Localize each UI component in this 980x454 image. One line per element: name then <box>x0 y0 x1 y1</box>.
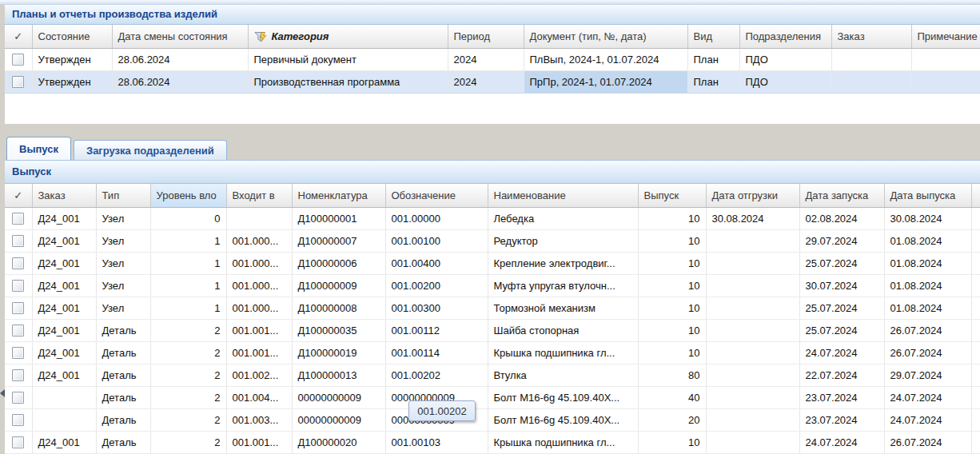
table-row[interactable]: Д24_001Узел1001.000...Д100000009001.0020… <box>5 275 980 297</box>
row-checkbox[interactable] <box>12 235 24 247</box>
table-cell[interactable] <box>971 387 980 409</box>
column-header[interactable]: Номенклатура <box>292 184 385 208</box>
column-header[interactable]: Дата отгрузки <box>706 184 799 208</box>
column-header[interactable]: Уровень вло <box>150 184 226 208</box>
table-cell[interactable]: Д24_001 <box>32 253 96 275</box>
table-cell[interactable]: Крышка подшипника гл... <box>488 432 638 454</box>
row-checkbox[interactable] <box>12 280 24 292</box>
table-row[interactable]: Д24_001Деталь2001.001...Д100000035001.00… <box>5 320 980 342</box>
table-cell[interactable]: 22.07.2024 <box>799 364 884 387</box>
table-cell[interactable]: 001.00103 <box>385 432 488 454</box>
table-row[interactable]: Утвержден28.06.2024Первичный документ202… <box>5 49 980 71</box>
table-cell[interactable]: Шайба стопорная <box>488 320 638 342</box>
column-header[interactable]: Примечание <box>911 25 980 49</box>
row-select-cell[interactable] <box>5 364 32 387</box>
table-cell[interactable]: План <box>687 49 739 71</box>
table-cell[interactable]: Деталь <box>96 342 150 364</box>
table-cell[interactable]: Болт М16-6g 45.109.40Х... <box>488 409 638 432</box>
table-row[interactable]: Деталь2001.004...0000000000900000000009Б… <box>5 387 980 409</box>
table-row[interactable]: Д24_001Узел0Д100000001001.00000Лебедка10… <box>5 208 980 230</box>
table-cell[interactable]: 30.08.2024 <box>884 208 971 230</box>
table-cell[interactable]: Д24_001 <box>32 342 96 364</box>
table-cell[interactable]: Д24_001 <box>32 432 96 454</box>
table-cell[interactable]: Утвержден <box>32 49 112 71</box>
column-header[interactable]: Тип <box>96 184 150 208</box>
table-cell[interactable]: Деталь <box>96 320 150 342</box>
table-cell[interactable]: Болт М16-6g 45.109.40Х... <box>488 387 638 409</box>
table-cell[interactable]: 2 <box>150 364 226 387</box>
table-cell[interactable] <box>971 230 980 253</box>
select-all-column-header[interactable]: ✓ <box>5 25 32 49</box>
table-cell[interactable]: 001.001... <box>226 320 292 342</box>
column-header[interactable]: Дата смены состояния <box>112 25 248 49</box>
table-cell[interactable]: 2 <box>150 342 226 364</box>
table-cell[interactable] <box>32 409 96 432</box>
table-cell[interactable]: Д24_001 <box>32 364 96 387</box>
column-header[interactable]: Состояние <box>32 25 112 49</box>
table-cell[interactable]: Узел <box>96 275 150 297</box>
table-cell[interactable] <box>706 409 799 432</box>
table-cell[interactable]: Д100000006 <box>292 253 385 275</box>
table-cell[interactable]: 10 <box>638 320 706 342</box>
table-cell[interactable]: Д24_001 <box>32 320 96 342</box>
table-cell[interactable]: 02.08.2024 <box>799 208 884 230</box>
table-cell[interactable]: 001.004... <box>226 387 292 409</box>
row-select-cell[interactable] <box>5 71 32 94</box>
table-cell[interactable]: 001.000... <box>226 275 292 297</box>
row-select-cell[interactable] <box>5 297 32 320</box>
column-header[interactable]: Период <box>448 25 524 49</box>
table-cell[interactable]: Редуктор <box>488 230 638 253</box>
table-cell[interactable]: Д100000019 <box>292 342 385 364</box>
row-select-cell[interactable] <box>5 49 32 71</box>
column-header[interactable]: Обозначение <box>385 184 488 208</box>
table-cell[interactable] <box>831 71 911 94</box>
table-cell[interactable]: ПрПр, 2024-1, 01.07.2024 <box>524 71 687 94</box>
table-cell[interactable]: 01.08.2024 <box>884 253 971 275</box>
table-cell[interactable] <box>706 230 799 253</box>
table-cell[interactable]: 1 <box>150 253 226 275</box>
table-cell[interactable] <box>971 253 980 275</box>
column-header[interactable]: Документ (тип, №, дата) <box>524 25 687 49</box>
table-cell[interactable]: Лебедка <box>488 208 638 230</box>
table-cell[interactable]: 2 <box>150 387 226 409</box>
table-cell[interactable]: Д100000007 <box>292 230 385 253</box>
row-select-cell[interactable] <box>5 253 32 275</box>
table-cell[interactable]: Д100000009 <box>292 275 385 297</box>
table-cell[interactable]: 23.07.2024 <box>799 409 884 432</box>
column-header[interactable]: Наименование <box>488 184 638 208</box>
row-checkbox[interactable] <box>12 325 24 337</box>
table-cell[interactable] <box>706 297 799 320</box>
table-cell[interactable]: 001.000... <box>226 297 292 320</box>
table-cell[interactable]: 20 <box>638 409 706 432</box>
select-all-column-header[interactable]: ✓ <box>5 184 32 208</box>
table-cell[interactable]: 10 <box>638 342 706 364</box>
column-header[interactable]: Подразделения <box>739 25 831 49</box>
table-cell[interactable] <box>971 432 980 454</box>
row-select-cell[interactable] <box>5 432 32 454</box>
table-cell[interactable]: 24.07.2024 <box>799 342 884 364</box>
table-cell[interactable] <box>911 49 980 71</box>
table-row[interactable]: Д24_001Деталь2001.001...Д100000019001.00… <box>5 342 980 364</box>
table-cell[interactable]: Узел <box>96 208 150 230</box>
table-cell[interactable]: Деталь <box>96 409 150 432</box>
table-cell[interactable]: 001.001... <box>226 432 292 454</box>
table-cell[interactable] <box>971 208 980 230</box>
row-select-cell[interactable] <box>5 342 32 364</box>
row-select-cell[interactable] <box>5 320 32 342</box>
table-cell[interactable]: 26.07.2024 <box>884 432 971 454</box>
table-cell[interactable]: 10 <box>638 297 706 320</box>
table-cell[interactable]: Крышка подшипника гл... <box>488 342 638 364</box>
table-cell[interactable]: Утвержден <box>32 71 112 94</box>
table-cell[interactable]: 001.000... <box>226 230 292 253</box>
table-cell[interactable] <box>706 387 799 409</box>
row-checkbox[interactable] <box>12 347 24 359</box>
table-cell[interactable]: 001.000... <box>226 253 292 275</box>
table-cell[interactable]: 001.002... <box>226 364 292 387</box>
row-checkbox[interactable] <box>12 414 24 426</box>
table-cell[interactable]: 1 <box>150 275 226 297</box>
column-header[interactable]: Выпуск <box>638 184 706 208</box>
table-cell[interactable]: 001.00202 <box>385 364 488 387</box>
table-cell[interactable]: Деталь <box>96 432 150 454</box>
table-cell[interactable]: 001.00400 <box>385 253 488 275</box>
table-cell[interactable]: 24.07.2024 <box>884 409 971 432</box>
